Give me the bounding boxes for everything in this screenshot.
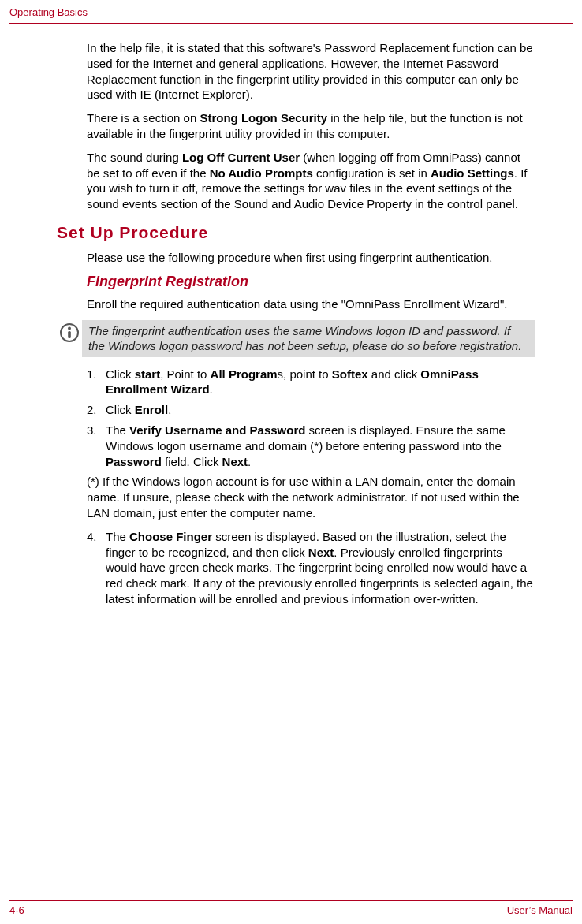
note-text: The fingerprint authentication uses the … (82, 320, 535, 357)
bold-run: Enroll (135, 403, 169, 416)
text-run: There is a section on (87, 111, 200, 125)
text-run: The sound during (87, 151, 182, 164)
text-run: field. Click (162, 455, 222, 468)
header-title: Operating Basics (9, 6, 573, 18)
list-number: 1. (87, 367, 106, 398)
body-paragraph: There is a section on Strong Logon Secur… (87, 110, 535, 142)
list-body: Click Enroll. (106, 402, 535, 418)
svg-point-1 (68, 326, 71, 330)
list-item: 1. Click start, Point to All Programs, p… (87, 367, 535, 398)
body-paragraph: Enroll the required authentication data … (87, 296, 535, 312)
bold-run: Next (222, 455, 248, 468)
list-body: The Verify Username and Password screen … (106, 423, 535, 469)
bold-run: No Audio Prompts (210, 166, 313, 180)
text-run: Click (106, 403, 135, 416)
text-run: . (168, 403, 171, 416)
page: Operating Basics In the help file, it is… (0, 0, 582, 924)
bold-run: Log Off Current User (182, 151, 300, 164)
bold-run: Choose Finger (129, 530, 212, 543)
body-paragraph: The sound during Log Off Current User (w… (87, 150, 535, 212)
list-item: 3. The Verify Username and Password scre… (87, 423, 535, 469)
bold-run: Softex (332, 367, 368, 381)
bold-run: Audio Settings (431, 166, 514, 180)
bold-run: All Program (211, 367, 278, 381)
bold-run: Next (308, 546, 334, 559)
page-header: Operating Basics (0, 0, 582, 21)
section-title: Set Up Procedure (57, 223, 535, 242)
bold-run: Verify Username and Password (129, 423, 305, 437)
footer-row: 4-6 User’s Manual (0, 901, 582, 924)
page-content: In the help file, it is stated that this… (0, 24, 582, 607)
page-number: 4-6 (9, 904, 24, 916)
list-item: 4. The Choose Finger screen is displayed… (87, 529, 535, 607)
body-paragraph: (*) If the Windows logon account is for … (87, 474, 535, 520)
svg-rect-2 (68, 331, 71, 338)
list-body: The Choose Finger screen is displayed. B… (106, 529, 535, 607)
bold-run: Password (106, 455, 162, 468)
list-number: 4. (87, 529, 106, 607)
list-number: 3. (87, 423, 106, 469)
text-run: . (248, 455, 251, 468)
text-run: Click (106, 367, 135, 381)
text-run: . (210, 382, 213, 396)
text-run: The (106, 530, 129, 543)
bold-run: Strong Logon Security (200, 111, 327, 125)
text-run: and click (368, 367, 421, 381)
page-footer: 4-6 User’s Manual (0, 900, 582, 924)
text-run: configuration is set in (313, 166, 431, 180)
info-note: The fingerprint authentication uses the … (60, 320, 535, 357)
text-run: , Point to (160, 367, 210, 381)
subheading: Fingerprint Registration (87, 274, 535, 290)
text-run: s, point to (278, 367, 332, 381)
body-paragraph: In the help file, it is stated that this… (87, 40, 535, 102)
body-paragraph: Please use the following procedure when … (87, 250, 535, 266)
list-number: 2. (87, 402, 106, 418)
list-item: 2. Click Enroll. (87, 402, 535, 418)
text-run: The (106, 423, 129, 437)
info-icon (60, 323, 82, 342)
list-body: Click start, Point to All Programs, poin… (106, 367, 535, 398)
bold-run: start (135, 367, 161, 381)
manual-label: User’s Manual (507, 904, 573, 916)
